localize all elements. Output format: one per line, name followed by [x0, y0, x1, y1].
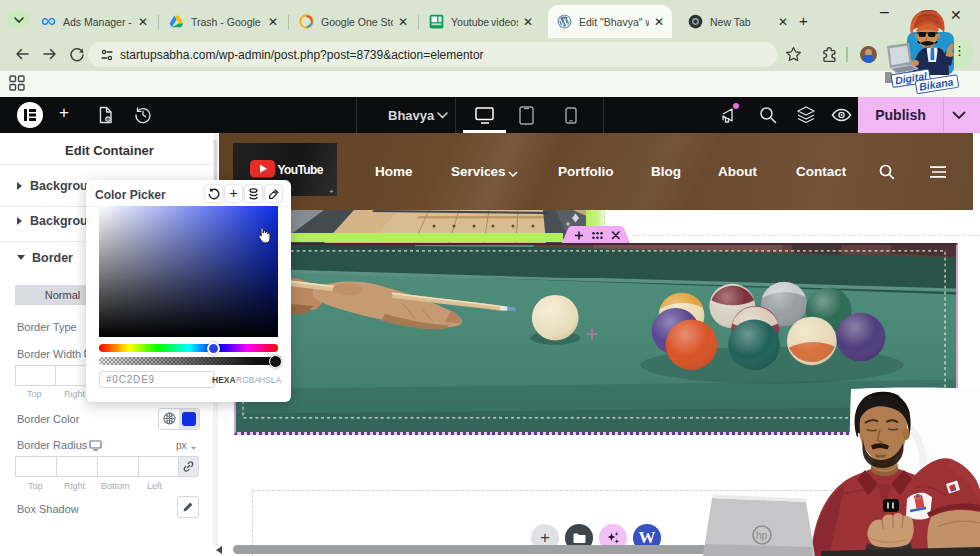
svg-text:YouTube: YouTube: [278, 163, 324, 177]
svg-text:hp: hp: [756, 530, 768, 541]
